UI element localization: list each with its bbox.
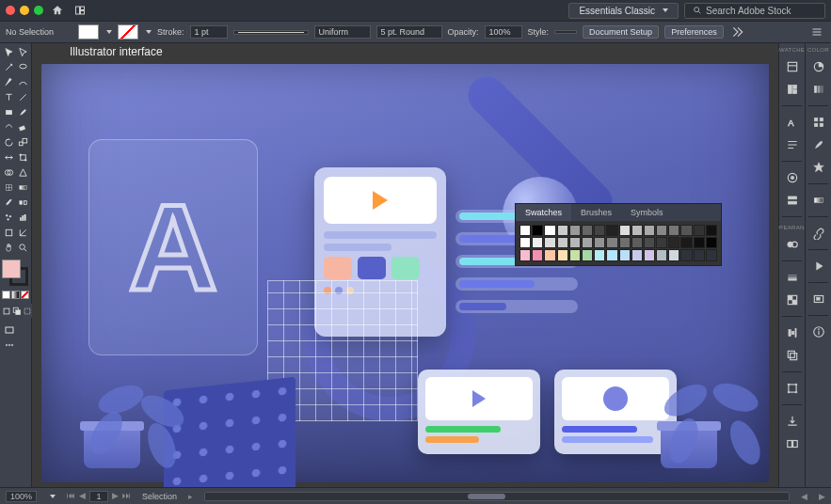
stroke-panel-icon[interactable] bbox=[784, 269, 801, 286]
width-tool[interactable] bbox=[2, 150, 15, 165]
swatch-cell[interactable] bbox=[644, 237, 655, 248]
libraries-panel-icon[interactable] bbox=[784, 81, 801, 98]
swatch-cell[interactable] bbox=[668, 225, 679, 236]
direct-selection-tool[interactable] bbox=[16, 45, 29, 59]
free-transform-tool[interactable] bbox=[16, 150, 29, 165]
asset-export-icon[interactable] bbox=[784, 413, 801, 430]
swatch-cell[interactable] bbox=[594, 249, 605, 260]
slice-tool[interactable] bbox=[16, 226, 29, 240]
swatch-cell[interactable] bbox=[680, 249, 692, 260]
swatch-cell[interactable] bbox=[532, 237, 543, 248]
transform-panel-icon[interactable] bbox=[784, 380, 801, 397]
swatch-cell[interactable] bbox=[644, 225, 655, 236]
artboard-number[interactable]: 1 bbox=[89, 491, 108, 502]
tab-brushes[interactable]: Brushes bbox=[571, 204, 621, 221]
swatch-cell[interactable] bbox=[656, 225, 667, 236]
swatch-cell[interactable] bbox=[582, 225, 593, 236]
minimize-window-button[interactable] bbox=[20, 6, 29, 15]
draw-inside-icon[interactable] bbox=[23, 304, 32, 318]
scroll-right-button[interactable]: ▶ bbox=[819, 492, 825, 501]
maximize-window-button[interactable] bbox=[34, 6, 43, 15]
canvas[interactable]: Illustrator interface A bbox=[32, 43, 778, 487]
swatch-cell[interactable] bbox=[644, 249, 655, 260]
swatch-cell[interactable] bbox=[544, 249, 555, 260]
magic-wand-tool[interactable] bbox=[2, 60, 15, 74]
zoom-level-input[interactable]: 100% bbox=[6, 491, 37, 502]
swatch-cell[interactable] bbox=[706, 249, 717, 260]
swatch-cell[interactable] bbox=[606, 249, 617, 260]
edit-toolbar-button[interactable] bbox=[2, 338, 16, 352]
swatch-cell[interactable] bbox=[656, 249, 667, 260]
chevron-down-icon[interactable] bbox=[146, 30, 152, 34]
info-panel-icon[interactable] bbox=[810, 323, 827, 340]
prev-artboard-button[interactable]: ◀ bbox=[79, 491, 86, 502]
brush-select[interactable]: 5 pt. Round bbox=[376, 25, 442, 39]
chevron-down-icon[interactable] bbox=[106, 30, 112, 34]
swatches-panel-icon[interactable] bbox=[810, 114, 827, 131]
swatch-cell[interactable] bbox=[594, 237, 605, 248]
zoom-tool[interactable] bbox=[16, 241, 29, 255]
swatch-cell[interactable] bbox=[594, 225, 605, 236]
swatch-cell[interactable] bbox=[569, 249, 581, 260]
swatch-cell[interactable] bbox=[619, 225, 631, 236]
gradient-panel-icon[interactable] bbox=[810, 192, 827, 209]
swatch-cell[interactable] bbox=[557, 249, 568, 260]
actions-panel-icon[interactable] bbox=[810, 258, 827, 275]
appearance-panel-icon[interactable] bbox=[784, 169, 801, 186]
swatch-cell[interactable] bbox=[656, 237, 667, 248]
swatch-cell[interactable] bbox=[680, 225, 692, 236]
swatch-cell[interactable] bbox=[706, 237, 717, 248]
blend-tool[interactable] bbox=[16, 196, 29, 210]
pathfinder-panel-icon[interactable] bbox=[784, 347, 801, 364]
navigator-panel-icon[interactable] bbox=[810, 291, 827, 307]
swatch-cell[interactable] bbox=[694, 249, 705, 260]
symbols-panel-icon[interactable] bbox=[810, 159, 827, 176]
scroll-left-button[interactable]: ◀ bbox=[801, 492, 807, 501]
transparency-panel-icon[interactable] bbox=[784, 291, 801, 308]
color-panel-icon[interactable] bbox=[810, 58, 827, 75]
swatch-cell[interactable] bbox=[680, 237, 692, 248]
swatch-cell[interactable] bbox=[631, 225, 643, 236]
artboard-tool[interactable] bbox=[2, 226, 15, 240]
gradient-tool[interactable] bbox=[16, 181, 29, 195]
swatches-panel[interactable]: Swatches Brushes Symbols bbox=[515, 203, 722, 266]
swatch-cell[interactable] bbox=[668, 237, 679, 248]
layers-panel-icon[interactable] bbox=[784, 192, 801, 209]
symbol-sprayer-tool[interactable] bbox=[2, 211, 15, 225]
stroke-swatch-button[interactable] bbox=[118, 24, 138, 39]
tab-symbols[interactable]: Symbols bbox=[621, 204, 673, 221]
character-panel-icon[interactable]: A bbox=[784, 114, 801, 131]
color-mode-solid[interactable] bbox=[2, 291, 10, 299]
swatch-cell[interactable] bbox=[569, 225, 581, 236]
status-flyout-icon[interactable]: ▸ bbox=[188, 492, 193, 501]
fill-color-box[interactable] bbox=[2, 260, 21, 278]
search-stock-field[interactable]: Search Adobe Stock bbox=[684, 3, 825, 19]
hand-tool[interactable] bbox=[2, 241, 15, 255]
graphic-style-select[interactable] bbox=[554, 30, 577, 34]
scale-tool[interactable] bbox=[16, 135, 29, 150]
swatch-cell[interactable] bbox=[631, 249, 643, 260]
horizontal-scrollbar[interactable] bbox=[204, 492, 790, 501]
lasso-tool[interactable] bbox=[16, 60, 29, 74]
fill-stroke-indicator[interactable] bbox=[2, 260, 30, 288]
preferences-button[interactable]: Preferences bbox=[664, 25, 724, 39]
close-window-button[interactable] bbox=[6, 6, 15, 15]
swatch-cell[interactable] bbox=[569, 237, 581, 248]
stroke-weight-input[interactable]: 1 pt bbox=[190, 25, 228, 39]
swatch-cell[interactable] bbox=[606, 237, 617, 248]
swatch-cell[interactable] bbox=[557, 225, 568, 236]
swatch-cell[interactable] bbox=[706, 225, 717, 236]
first-artboard-button[interactable]: ⏮ bbox=[67, 491, 75, 502]
swatch-cell[interactable] bbox=[606, 225, 617, 236]
draw-behind-icon[interactable] bbox=[12, 304, 22, 318]
color-mode-gradient[interactable] bbox=[11, 291, 20, 299]
paragraph-panel-icon[interactable] bbox=[784, 136, 801, 153]
swatch-cell[interactable] bbox=[544, 225, 555, 236]
swatch-cell[interactable] bbox=[582, 249, 593, 260]
paintbrush-tool[interactable] bbox=[16, 105, 29, 119]
last-artboard-button[interactable]: ⏭ bbox=[122, 491, 131, 502]
opacity-input[interactable]: 100% bbox=[485, 25, 522, 39]
tab-swatches[interactable]: Swatches bbox=[516, 204, 571, 221]
perspective-tool[interactable] bbox=[16, 165, 29, 180]
curvature-tool[interactable] bbox=[16, 75, 29, 89]
